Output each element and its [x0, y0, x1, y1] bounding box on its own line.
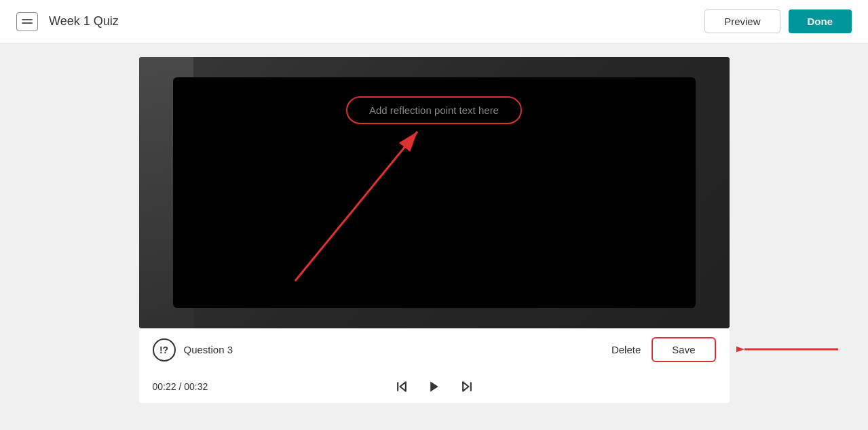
time-current: 00:22: [153, 381, 176, 392]
preview-button[interactable]: Preview: [704, 9, 780, 33]
play-button[interactable]: [425, 377, 444, 396]
question-badge: !?: [153, 338, 176, 361]
bottom-bar: !? Question 3 Delete Save: [139, 328, 730, 370]
forward-icon: [460, 380, 474, 393]
done-button[interactable]: Done: [789, 9, 852, 33]
forward-button[interactable]: [457, 377, 476, 396]
header-right: Preview Done: [704, 9, 852, 33]
question-label: Question 3: [184, 344, 233, 355]
time-display: 00:22 / 00:32: [153, 381, 208, 392]
header-left: Week 1 Quiz: [16, 12, 119, 31]
question-info: !? Question 3: [153, 338, 233, 361]
delete-button[interactable]: Delete: [611, 344, 641, 355]
save-arrow-annotation: [736, 339, 838, 359]
rewind-button[interactable]: [392, 377, 411, 396]
video-wrapper: Add reflection point text here: [139, 57, 730, 328]
time-total: 00:32: [184, 381, 208, 392]
rewind-icon: [395, 380, 409, 393]
video-controls: 00:22 / 00:32: [139, 370, 730, 403]
sidebar-toggle-icon: [22, 19, 33, 24]
header: Week 1 Quiz Preview Done: [0, 0, 868, 43]
page-title: Week 1 Quiz: [49, 14, 119, 28]
bottom-bar-right: Delete Save: [611, 337, 716, 362]
main-container: Week 1 Quiz Preview Done Add reflection …: [0, 0, 868, 430]
svg-marker-5: [430, 382, 438, 392]
video-canvas: Add reflection point text here: [173, 77, 696, 308]
content-area: Add reflection point text here !? Quest: [0, 43, 868, 430]
time-separator: /: [176, 381, 185, 392]
sidebar-toggle-button[interactable]: [16, 12, 38, 31]
play-icon: [428, 380, 441, 393]
save-button[interactable]: Save: [652, 337, 715, 362]
svg-line-1: [295, 132, 417, 281]
reflection-text-box[interactable]: Add reflection point text here: [346, 96, 522, 124]
controls-center: [392, 377, 476, 396]
